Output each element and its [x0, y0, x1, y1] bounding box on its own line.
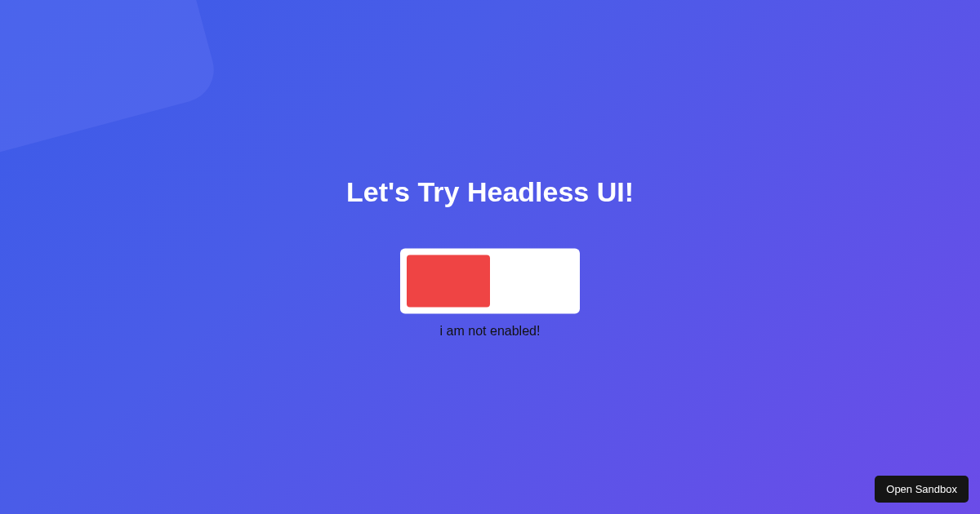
- main-content: Let's Try Headless UI! i am not enabled!: [346, 176, 634, 339]
- background-decoration: [0, 0, 221, 161]
- toggle-switch[interactable]: [400, 249, 580, 314]
- page-title: Let's Try Headless UI!: [346, 176, 634, 208]
- open-sandbox-button[interactable]: Open Sandbox: [875, 476, 969, 503]
- toggle-status-text: i am not enabled!: [440, 324, 541, 339]
- toggle-thumb: [407, 255, 490, 308]
